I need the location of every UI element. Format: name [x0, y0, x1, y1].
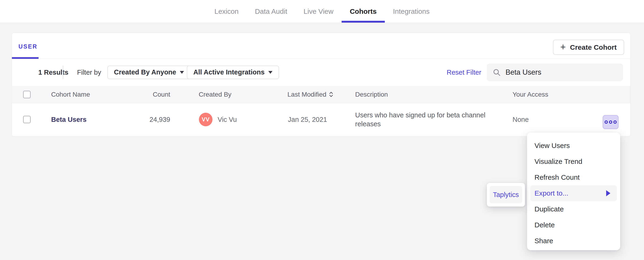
cohorts-page: Lexicon Data Audit Live View Cohorts Int…: [0, 0, 644, 260]
last-modified-value: Jan 25, 2021: [288, 116, 327, 124]
table-row: Beta Users 24,939 VV Vic Vu Jan 25, 2021…: [12, 103, 630, 136]
panel-tab-row: USER + Create Cohort: [12, 33, 630, 59]
column-last-modified[interactable]: Last Modified: [288, 91, 333, 98]
created-by-dropdown-label: Created By Anyone: [114, 68, 176, 76]
export-submenu: Taplytics: [487, 183, 525, 206]
cohort-count: 24,939: [124, 116, 170, 124]
cohort-name-link[interactable]: Beta Users: [51, 116, 87, 124]
tab-live-view[interactable]: Live View: [296, 0, 342, 23]
menu-item-export-to[interactable]: Export to...: [530, 185, 617, 201]
chevron-down-icon: [268, 71, 272, 74]
column-description: Description: [355, 91, 388, 98]
tab-lexicon[interactable]: Lexicon: [206, 0, 246, 23]
column-created-by: Created By: [199, 91, 232, 98]
filter-by-label: Filter by: [77, 68, 101, 76]
table-header: Cohort Name Count Created By Last Modifi…: [12, 86, 630, 103]
avatar: VV: [199, 113, 212, 126]
row-context-menu: View Users Visualize Trend Refresh Count…: [527, 132, 620, 250]
integrations-dropdown[interactable]: All Active Integrations: [187, 66, 279, 79]
tab-cohorts[interactable]: Cohorts: [342, 0, 385, 23]
create-cohort-label: Create Cohort: [570, 44, 617, 51]
chevron-down-icon: [180, 71, 184, 74]
menu-item-refresh-count[interactable]: Refresh Count: [530, 170, 617, 185]
tab-user[interactable]: USER: [18, 43, 37, 50]
three-dots-icon: [609, 120, 612, 124]
top-nav: Lexicon Data Audit Live View Cohorts Int…: [0, 0, 644, 23]
three-dots-icon: [604, 120, 608, 124]
submenu-arrow-icon: [606, 190, 610, 196]
created-by-name: Vic Vu: [218, 116, 237, 124]
access-value: None: [512, 116, 529, 124]
integrations-dropdown-label: All Active Integrations: [193, 68, 264, 76]
created-by-cell: VV Vic Vu: [199, 113, 237, 126]
row-actions-button[interactable]: [603, 115, 618, 129]
menu-item-share[interactable]: Share: [530, 233, 617, 249]
reset-filter-link[interactable]: Reset Filter: [447, 68, 481, 76]
menu-item-view-users[interactable]: View Users: [530, 138, 617, 154]
filter-divider: [63, 66, 63, 79]
menu-item-duplicate[interactable]: Duplicate: [530, 201, 617, 217]
three-dots-icon: [614, 120, 617, 124]
search-input[interactable]: [505, 68, 618, 77]
sort-icon: [329, 92, 333, 97]
description-value: Users who have signed up for beta channe…: [355, 111, 500, 128]
menu-item-visualize-trend[interactable]: Visualize Trend: [530, 154, 617, 170]
select-all-checkbox[interactable]: [23, 91, 30, 98]
plus-icon: +: [560, 42, 566, 52]
search-box: [487, 64, 623, 81]
column-count: Count: [124, 91, 170, 98]
filter-bar: 1 Results Filter by Created By Anyone Al…: [12, 58, 630, 86]
results-count: 1 Results: [38, 68, 68, 76]
row-checkbox[interactable]: [23, 116, 30, 123]
column-cohort-name: Cohort Name: [51, 91, 90, 98]
export-to-label: Export to...: [534, 189, 568, 197]
menu-item-delete[interactable]: Delete: [530, 217, 617, 233]
cohorts-panel: USER + Create Cohort 1 Results Filter by…: [12, 33, 630, 137]
last-modified-label: Last Modified: [288, 91, 326, 98]
tab-data-audit[interactable]: Data Audit: [247, 0, 296, 23]
tab-integrations[interactable]: Integrations: [385, 0, 438, 23]
created-by-dropdown[interactable]: Created By Anyone: [108, 66, 190, 79]
submenu-item-taplytics[interactable]: Taplytics: [490, 186, 522, 203]
column-your-access: Your Access: [512, 91, 548, 98]
search-icon: [492, 68, 501, 76]
create-cohort-button[interactable]: + Create Cohort: [553, 40, 624, 55]
